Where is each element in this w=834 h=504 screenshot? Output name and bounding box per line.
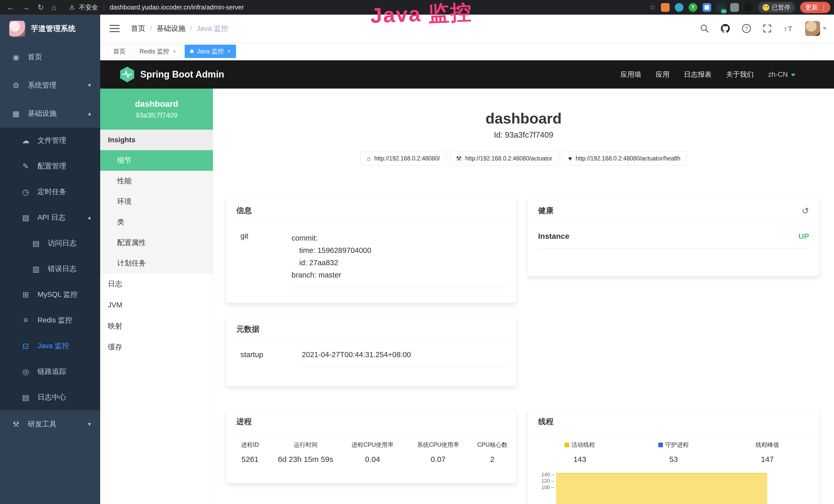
caret-down-icon xyxy=(823,27,827,30)
health-card: 健康 ↺ Instance UP xyxy=(528,199,819,276)
sba-brand[interactable]: Spring Boot Admin xyxy=(120,66,224,83)
process-card: 进程 进程ID 5261 运行时间 6d 23h 15m 59s 进程CPU使用… xyxy=(226,410,516,483)
sidebar-item-file-management[interactable]: ☁ 文件管理 xyxy=(0,128,100,153)
active-dot xyxy=(190,49,194,53)
close-icon[interactable]: × xyxy=(227,48,231,55)
sba-section-jvm[interactable]: JVM xyxy=(100,295,213,316)
sidebar-item-dev-tools[interactable]: ⚒ 研发工具 ▾ xyxy=(0,410,100,438)
sidebar-item-scheduled-tasks[interactable]: ◷ 定时任务 xyxy=(0,179,100,205)
close-icon[interactable]: × xyxy=(173,48,176,55)
sba-menu-details[interactable]: 细节 xyxy=(100,150,213,171)
health-url: http://192.168.0.2:48080/actuator/health xyxy=(576,155,680,162)
hamburger-icon[interactable] xyxy=(109,25,120,32)
sidebar-item-api-logs[interactable]: ▧ API 日志 ▴ xyxy=(0,205,100,230)
sba-nav-applications[interactable]: 应用 xyxy=(656,70,670,79)
sidebar-item-config-management[interactable]: ✎ 配置管理 xyxy=(0,153,100,179)
search-icon[interactable] xyxy=(700,24,709,33)
sba-section-logs[interactable]: 日志 xyxy=(100,273,213,295)
browser-forward-button[interactable]: → xyxy=(22,3,30,12)
breadcrumb-infrastructure[interactable]: 基础设施 xyxy=(157,24,185,33)
extension-icon-4[interactable] xyxy=(702,3,711,12)
actuator-url-chip[interactable]: ⚒ http://192.168.0.2:48080/actuator xyxy=(449,152,559,165)
extension-icon-5[interactable]: on xyxy=(716,3,725,12)
sidebar-item-infrastructure[interactable]: ▦ 基础设施 ▴ xyxy=(0,99,100,128)
sidebar-item-label: 首页 xyxy=(28,52,42,62)
breadcrumb-home[interactable]: 首页 xyxy=(131,24,146,33)
breadcrumb-separator: / xyxy=(190,24,192,32)
process-col-pid: 进程ID 5261 xyxy=(228,441,271,464)
tab-java-monitor[interactable]: Java 监控 × xyxy=(185,45,236,58)
sidebar-item-link-tracing[interactable]: ◎ 链路追踪 xyxy=(0,359,100,384)
chrome-update-button[interactable]: 更新 ⋮ xyxy=(800,2,830,13)
sidebar-item-label: 系统管理 xyxy=(28,81,57,90)
extension-icon-7[interactable] xyxy=(744,3,753,12)
legend-label: 守护进程 xyxy=(665,441,688,449)
sba-menu-scheduled-tasks[interactable]: 计划任务 xyxy=(100,253,213,273)
git-time-line: time: 1596289704000 xyxy=(291,244,506,256)
cloud-icon: ☁ xyxy=(21,136,30,145)
sidebar-item-java-monitor[interactable]: ⊡ Java 监控 xyxy=(0,333,100,359)
sidebar-item-mysql-monitor[interactable]: ⊞ MySQL 监控 xyxy=(0,282,100,307)
instance-id: 93a3fc7f7409 xyxy=(136,111,178,119)
instance-header[interactable]: dashboard 93a3fc7f7409 xyxy=(100,89,213,130)
document-icon: ▤ xyxy=(31,239,41,248)
health-status-badge: UP xyxy=(798,232,809,240)
chevron-up-icon: ▴ xyxy=(88,110,91,117)
sidebar-item-label: Java 监控 xyxy=(38,341,69,351)
sba-nav-about[interactable]: 关于我们 xyxy=(726,70,753,79)
sba-section-mappings[interactable]: 映射 xyxy=(100,316,213,337)
service-url: http://192.168.0.2:48080/ xyxy=(374,155,440,162)
extension-icon-6[interactable] xyxy=(730,3,739,12)
extension-icon-3[interactable]: Y xyxy=(688,3,697,12)
security-warning-label: 不安全 xyxy=(79,3,98,12)
threads-card-header: 线程 xyxy=(528,410,819,434)
browser-reload-button[interactable]: ↻ xyxy=(38,3,44,12)
sidebar-item-redis-monitor[interactable]: ≡ Redis 监控 xyxy=(0,307,100,333)
bookmark-star-icon[interactable]: ☆ xyxy=(649,3,656,12)
sidebar-item-access-logs[interactable]: ▤ 访问日志 xyxy=(0,230,100,256)
chevron-down-icon xyxy=(791,74,795,76)
extension-icon-2[interactable] xyxy=(675,3,683,12)
extension-icon-1[interactable] xyxy=(661,3,670,12)
sba-nav-wallboard[interactable]: 应用墙 xyxy=(620,70,641,79)
address-bar[interactable]: ⚠ 不安全 dashboard.yudao.iocoder.cn/infra/a… xyxy=(69,3,244,12)
recording-paused-pill[interactable]: 已暂停 xyxy=(758,2,795,13)
sba-menu-metrics[interactable]: 性能 xyxy=(100,171,213,191)
service-url-chip[interactable]: ⌂ http://192.168.0.2:48080/ xyxy=(360,152,446,165)
app-logo-title: 芋道管理系统 xyxy=(31,24,75,34)
chrome-menu-icon[interactable]: ⋮ xyxy=(821,4,827,11)
annotation-java-monitor: Java 监控 xyxy=(370,0,473,30)
history-icon[interactable]: ↺ xyxy=(802,206,809,216)
tab-home[interactable]: 首页 xyxy=(108,45,131,58)
col-value: 0.04 xyxy=(340,455,405,464)
process-card-header: 进程 xyxy=(226,410,516,434)
sba-menu-config-props[interactable]: 配置属性 xyxy=(100,232,213,253)
infrastructure-submenu: ☁ 文件管理 ✎ 配置管理 ◷ 定时任务 ▧ API 日志 ▴ ▤ 访问日志 ▥… xyxy=(0,128,100,410)
sba-nav-journal[interactable]: 日志报表 xyxy=(684,70,711,79)
browser-home-button[interactable]: ⌂ xyxy=(52,3,56,12)
sba-menu-environment[interactable]: 环境 xyxy=(100,191,213,212)
sidebar-item-system-management[interactable]: ⚙ 系统管理 ▾ xyxy=(0,71,100,99)
sba-language-select[interactable]: zh-CN xyxy=(768,71,795,78)
info-key: git xyxy=(236,232,291,288)
sba-menu-classes[interactable]: 类 xyxy=(100,212,213,232)
actuator-url: http://192.168.0.2:48080/actuator xyxy=(465,155,552,162)
health-url-chip[interactable]: ♥ http://192.168.0.2:48080/actuator/heal… xyxy=(562,152,687,165)
sidebar-item-log-center[interactable]: ▤ 日志中心 xyxy=(0,384,100,410)
app-logo[interactable]: 芋道管理系统 xyxy=(0,15,100,43)
sidebar-item-home[interactable]: ◉ 首页 xyxy=(0,43,100,71)
user-avatar[interactable] xyxy=(805,21,827,36)
sba-section-caches[interactable]: 缓存 xyxy=(100,337,213,358)
font-size-icon[interactable]: TT xyxy=(783,24,794,33)
tab-redis-monitor[interactable]: Redis 监控 × xyxy=(134,45,182,58)
fullscreen-icon[interactable] xyxy=(763,24,772,33)
breadcrumb: 首页 / 基础设施 / Java 监控 xyxy=(131,24,228,33)
ytick-label: 100 xyxy=(542,484,550,490)
info-card: 信息 git commit: time: 1596289704000 id: 2… xyxy=(226,199,516,303)
sidebar-item-label: 访问日志 xyxy=(48,238,76,248)
document-icon: ▧ xyxy=(21,213,30,222)
browser-back-button[interactable]: ← xyxy=(7,3,14,12)
sidebar-item-error-logs[interactable]: ▥ 错误日志 xyxy=(0,256,100,282)
github-icon[interactable] xyxy=(721,24,730,33)
help-icon[interactable]: ? xyxy=(742,24,751,33)
